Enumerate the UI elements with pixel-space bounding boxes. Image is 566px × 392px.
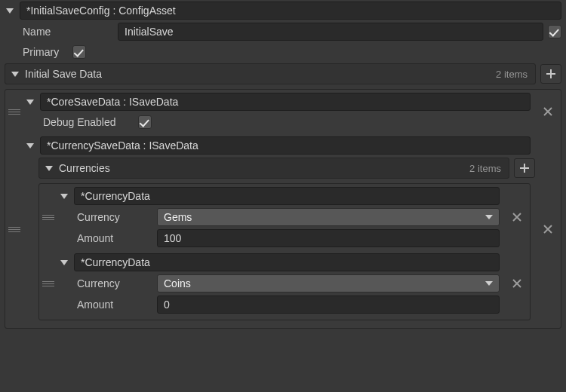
currencies-count: 2 items [469, 163, 504, 174]
currencies-header[interactable]: Currencies 2 items [38, 158, 509, 179]
amount-field[interactable] [157, 296, 500, 314]
remove-item-button[interactable] [540, 106, 556, 117]
plus-icon [546, 69, 556, 79]
drag-handle[interactable] [7, 227, 22, 232]
asset-header-row [0, 0, 566, 21]
currency-label: Currency [77, 277, 152, 289]
currency-label: Currency [77, 211, 152, 223]
currencies-title: Currencies [59, 162, 465, 174]
item-foldout[interactable] [25, 142, 35, 149]
currency-data-title[interactable] [74, 187, 500, 205]
drag-handle[interactable] [41, 281, 56, 286]
amount-label: Amount [77, 299, 152, 311]
inspector-root: Name Primary Initial Save Data 2 items [0, 0, 566, 329]
item-foldout[interactable] [25, 98, 35, 106]
foldout-icon[interactable] [10, 70, 20, 78]
triangle-down-icon [45, 164, 53, 172]
list-item: Currency Gems Amount [39, 184, 530, 250]
asset-title-field[interactable] [20, 2, 561, 20]
close-icon [543, 106, 553, 117]
drag-handle[interactable] [41, 215, 56, 220]
currencies-panel: Currency Gems Amount [38, 183, 531, 320]
initial-save-data-title: Initial Save Data [25, 68, 491, 80]
list-item: Currency Coins Amount [39, 250, 530, 317]
triangle-down-icon [26, 142, 34, 149]
triangle-down-icon [11, 70, 19, 78]
drag-handle[interactable] [7, 109, 22, 115]
currency-data-title[interactable] [74, 253, 500, 271]
core-save-data-title[interactable] [40, 93, 531, 111]
currency-dropdown[interactable]: Coins [157, 274, 500, 292]
primary-row: Primary [0, 42, 566, 62]
remove-item-button[interactable] [509, 212, 525, 222]
plus-icon [519, 163, 530, 173]
add-save-data-button[interactable] [540, 64, 561, 84]
remove-item-button[interactable] [540, 224, 556, 234]
remove-item-button[interactable] [509, 278, 525, 289]
primary-label: Primary [23, 46, 68, 58]
foldout-icon[interactable] [44, 164, 54, 172]
amount-label: Amount [77, 232, 152, 244]
asset-foldout[interactable] [5, 7, 15, 14]
item-foldout[interactable] [59, 192, 69, 200]
primary-checkbox[interactable] [72, 45, 86, 59]
close-icon [512, 278, 522, 289]
initial-save-data-panel: Debug Enabled [5, 89, 561, 329]
initial-save-data-header[interactable]: Initial Save Data 2 items [5, 63, 536, 84]
triangle-down-icon [60, 192, 68, 200]
debug-enabled-label: Debug Enabled [43, 116, 134, 128]
initial-save-data-count: 2 items [496, 69, 531, 80]
chevron-down-icon [485, 215, 493, 219]
currency-value: Gems [164, 211, 192, 223]
currency-value: Coins [164, 277, 191, 289]
currency-save-data-title[interactable] [40, 136, 531, 155]
triangle-down-icon [6, 7, 14, 14]
close-icon [512, 212, 522, 222]
list-item: Debug Enabled [5, 90, 561, 133]
close-icon [543, 224, 553, 234]
triangle-down-icon [26, 98, 34, 106]
triangle-down-icon [60, 259, 68, 266]
debug-enabled-checkbox[interactable] [138, 115, 152, 129]
name-toggle[interactable] [548, 25, 561, 38]
chevron-down-icon [485, 281, 493, 286]
item-foldout[interactable] [59, 259, 69, 266]
name-row: Name [0, 21, 566, 42]
list-item: Currencies 2 items [5, 133, 561, 325]
name-label: Name [23, 26, 113, 38]
name-field[interactable] [118, 23, 543, 41]
amount-field[interactable] [157, 229, 500, 247]
add-currency-button[interactable] [514, 158, 535, 178]
currency-dropdown[interactable]: Gems [157, 208, 500, 226]
